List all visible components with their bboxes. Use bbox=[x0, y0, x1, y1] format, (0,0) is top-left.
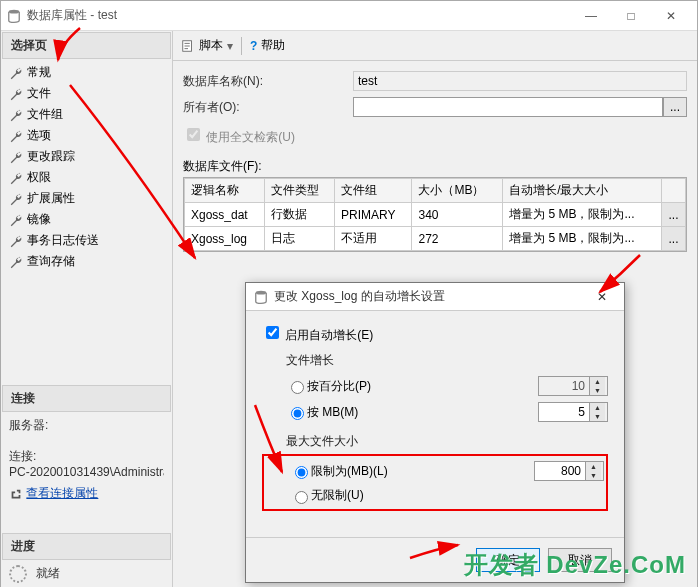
left-pane: 选择页 常规 文件 文件组 选项 更改跟踪 权限 扩展属性 镜像 事务日志传送 … bbox=[1, 31, 173, 587]
server-label: 服务器: bbox=[9, 417, 164, 434]
progress-header: 进度 bbox=[2, 533, 171, 560]
fulltext-label: 使用全文检索(U) bbox=[206, 130, 295, 144]
ready-label: 就绪 bbox=[36, 566, 60, 580]
mb-spinner[interactable]: ▲▼ bbox=[538, 402, 608, 422]
script-button[interactable]: 脚本 bbox=[199, 37, 223, 54]
wrench-icon bbox=[9, 66, 23, 80]
by-mb-radio[interactable] bbox=[291, 407, 304, 420]
watermark: 开发者 DevZe.CoM bbox=[464, 549, 686, 581]
database-icon bbox=[254, 290, 268, 304]
table-row[interactable]: Xgoss_log日志不适用272增量为 5 MB，限制为...... bbox=[185, 227, 686, 251]
dialog-title: 更改 Xgoss_log 的自动增长设置 bbox=[274, 288, 588, 305]
enable-auto-checkbox[interactable]: 启用自动增长(E) bbox=[262, 328, 373, 342]
page-item-ct[interactable]: 更改跟踪 bbox=[1, 146, 172, 167]
page-item-mirror[interactable]: 镜像 bbox=[1, 209, 172, 230]
db-name-input[interactable] bbox=[353, 71, 687, 91]
unlimited-radio[interactable] bbox=[295, 491, 308, 504]
page-item-logship[interactable]: 事务日志传送 bbox=[1, 230, 172, 251]
autogrowth-button[interactable]: ... bbox=[662, 227, 686, 251]
wrench-icon bbox=[9, 171, 23, 185]
svg-point-2 bbox=[256, 290, 267, 294]
limit-mb-radio[interactable] bbox=[295, 466, 308, 479]
max-size-legend: 最大文件大小 bbox=[286, 433, 608, 450]
svg-point-0 bbox=[9, 9, 20, 13]
page-tree: 常规 文件 文件组 选项 更改跟踪 权限 扩展属性 镜像 事务日志传送 查询存储 bbox=[1, 60, 172, 274]
maximize-button[interactable]: □ bbox=[611, 2, 651, 30]
files-grid[interactable]: 逻辑名称 文件类型 文件组 大小（MB） 自动增长/最大大小 Xgoss_dat… bbox=[183, 177, 687, 252]
by-percent-radio[interactable] bbox=[291, 381, 304, 394]
right-toolbar: 脚本 ▾ ? 帮助 bbox=[173, 31, 697, 61]
help-button[interactable]: 帮助 bbox=[261, 37, 285, 54]
wrench-icon bbox=[9, 255, 23, 269]
owner-label: 所有者(O): bbox=[183, 99, 353, 116]
view-connection-link[interactable]: 查看连接属性 bbox=[26, 486, 98, 500]
wrench-icon bbox=[9, 129, 23, 143]
connection-icon bbox=[9, 487, 23, 501]
wrench-icon bbox=[9, 192, 23, 206]
database-icon bbox=[7, 9, 21, 23]
files-label: 数据库文件(F): bbox=[183, 158, 687, 175]
dialog-close-button[interactable]: ✕ bbox=[588, 290, 616, 304]
percent-spinner[interactable]: ▲▼ bbox=[538, 376, 608, 396]
connection-block: 服务器: 连接: PC-202001031439\Administrat 查看连… bbox=[1, 413, 172, 506]
wrench-icon bbox=[9, 213, 23, 227]
page-item-general[interactable]: 常规 bbox=[1, 62, 172, 83]
titlebar: 数据库属性 - test — □ ✕ bbox=[1, 1, 697, 31]
db-name-label: 数据库名称(N): bbox=[183, 73, 353, 90]
page-item-file[interactable]: 文件 bbox=[1, 83, 172, 104]
help-icon: ? bbox=[250, 39, 257, 53]
page-item-ext[interactable]: 扩展属性 bbox=[1, 188, 172, 209]
conn-label: 连接: bbox=[9, 448, 164, 465]
page-item-qs[interactable]: 查询存储 bbox=[1, 251, 172, 272]
autogrowth-dialog: 更改 Xgoss_log 的自动增长设置 ✕ 启用自动增长(E) 文件增长 按百… bbox=[245, 282, 625, 583]
spinner-icon bbox=[9, 565, 27, 583]
wrench-icon bbox=[9, 234, 23, 248]
page-item-options[interactable]: 选项 bbox=[1, 125, 172, 146]
page-item-filegroup[interactable]: 文件组 bbox=[1, 104, 172, 125]
fulltext-checkbox bbox=[187, 128, 200, 141]
wrench-icon bbox=[9, 87, 23, 101]
close-button[interactable]: ✕ bbox=[651, 2, 691, 30]
highlight-box: 限制为(MB)(L) ▲▼ 无限制(U) bbox=[262, 454, 608, 511]
window-title: 数据库属性 - test bbox=[27, 7, 571, 24]
owner-browse-button[interactable]: ... bbox=[663, 97, 687, 117]
file-growth-legend: 文件增长 bbox=[286, 352, 608, 369]
progress-block: 就绪 bbox=[1, 561, 172, 587]
conn-value: PC-202001031439\Administrat bbox=[9, 465, 164, 479]
table-row[interactable]: Xgoss_dat行数据PRIMARY340增量为 5 MB，限制为...... bbox=[185, 203, 686, 227]
select-page-header: 选择页 bbox=[2, 32, 171, 59]
autogrowth-button[interactable]: ... bbox=[662, 203, 686, 227]
minimize-button[interactable]: — bbox=[571, 2, 611, 30]
owner-input[interactable] bbox=[353, 97, 663, 117]
wrench-icon bbox=[9, 108, 23, 122]
page-item-perm[interactable]: 权限 bbox=[1, 167, 172, 188]
script-icon bbox=[181, 39, 195, 53]
connection-header: 连接 bbox=[2, 385, 171, 412]
wrench-icon bbox=[9, 150, 23, 164]
limit-spinner[interactable]: ▲▼ bbox=[534, 461, 604, 481]
